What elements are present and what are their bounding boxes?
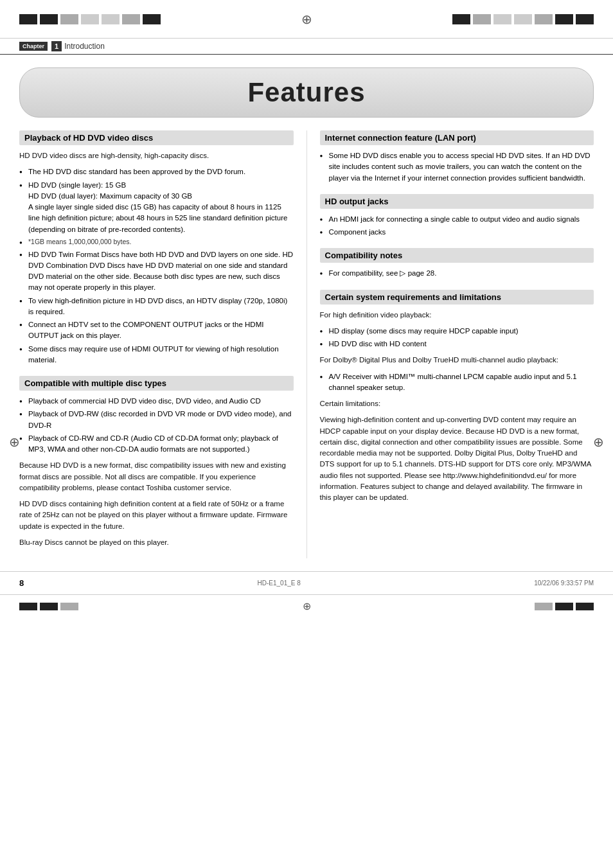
page-number: 8 — [19, 578, 24, 588]
bullet-item: The HD DVD disc standard has been approv… — [19, 166, 294, 177]
section-system-title: Certain system requirements and limitati… — [320, 290, 594, 305]
left-column: Playback of HD DVD video discs HD DVD vi… — [19, 130, 306, 558]
chapter-number: 1 — [51, 41, 62, 51]
bottom-bar: ⊕ — [0, 594, 613, 617]
top-bar-left-decoration — [19, 14, 161, 24]
bar-block-3 — [60, 14, 78, 24]
bottom-bar-block-r2 — [555, 603, 573, 610]
bullet-item: An HDMI jack for connecting a single cab… — [320, 214, 594, 225]
compatible-body1: Because HD DVD is a new format, disc com… — [19, 460, 294, 493]
bullet-item: Playback of DVD-RW (disc recorded in DVD… — [19, 409, 294, 431]
section-hd-output-bullets: An HDMI jack for connecting a single cab… — [320, 214, 594, 238]
bullet-item: HD DVD Twin Format Discs have both HD DV… — [19, 249, 294, 294]
compatible-body2: HD DVD discs containing high definition … — [19, 499, 294, 532]
bullet-item: A/V Receiver with HDMI™ multi-channel LP… — [320, 371, 594, 394]
top-crosshair: ⊕ — [301, 12, 312, 27]
right-column: Internet connection feature (LAN port) S… — [306, 130, 594, 558]
limitations-body: Viewing high-definition content and up-c… — [320, 414, 594, 503]
top-bar-right-decoration — [452, 14, 594, 24]
bullet-item: Connect an HDTV set to the COMPONENT OUT… — [19, 319, 294, 342]
bullet-item: Playback of CD-RW and CD-R (Audio CD of … — [19, 433, 294, 456]
bottom-bar-right — [535, 603, 594, 610]
section-hddvd-intro: HD DVD video discs are high-density, hig… — [19, 150, 294, 161]
bullet-item: Component jacks — [320, 227, 594, 238]
section-internet: Internet connection feature (LAN port) S… — [320, 130, 594, 184]
top-bar: ⊕ — [0, 0, 613, 39]
system-bullets1: HD display (some discs may require HDCP … — [320, 326, 594, 350]
section-internet-title: Internet connection feature (LAN port) — [320, 130, 594, 145]
bullet-item: Some discs may require use of HDMI OUTPU… — [19, 344, 294, 366]
bullet-item: To view high-definition picture in HD DV… — [19, 296, 294, 318]
bullet-item-note: *1GB means 1,000,000,000 bytes. — [19, 237, 294, 247]
section-compatibility-bullets: For compatibility, see ▷ page 28. — [320, 268, 594, 279]
limitations-title: Certain limitations: — [320, 398, 594, 409]
section-hddvd-bullets: The HD DVD disc standard has been approv… — [19, 166, 294, 366]
system-bullets2: A/V Receiver with HDMI™ multi-channel LP… — [320, 371, 594, 394]
bullet-item: HD DVD (single layer): 15 GBHD DVD (dual… — [19, 180, 294, 235]
features-section: Features — [19, 67, 594, 118]
bar-block-r1 — [452, 14, 470, 24]
section-internet-bullets: Some HD DVD discs enable you to access s… — [320, 150, 594, 184]
section-hd-output: HD output jacks An HDMI jack for connect… — [320, 194, 594, 238]
bar-block-r6 — [555, 14, 573, 24]
bar-block-r3 — [493, 14, 511, 24]
system-intro2: For Dolby® Digital Plus and Dolby TrueHD… — [320, 355, 594, 366]
footer-date-info: 10/22/06 9:33:57 PM — [534, 580, 594, 587]
right-crosshair: ⊕ — [593, 434, 604, 450]
bar-block-2 — [40, 14, 58, 24]
section-compatibility-title: Compatibility notes — [320, 248, 594, 263]
bullet-item: For compatibility, see ▷ page 28. — [320, 268, 594, 279]
page-footer: 8 HD-E1_01_E 8 10/22/06 9:33:57 PM — [0, 571, 613, 594]
bar-block-r4 — [514, 14, 532, 24]
bar-block-7 — [143, 14, 161, 24]
bar-block-r2 — [473, 14, 491, 24]
bottom-bar-block-r3 — [576, 603, 594, 610]
section-hddvd-playback: Playback of HD DVD video discs HD DVD vi… — [19, 130, 294, 366]
bullet-item: Playback of commercial HD DVD video disc… — [19, 396, 294, 407]
section-hd-output-title: HD output jacks — [320, 194, 594, 209]
chapter-header: Chapter 1 Introduction — [0, 39, 613, 55]
bar-block-r5 — [535, 14, 553, 24]
bottom-bar-block-2 — [40, 603, 58, 610]
bar-block-r7 — [576, 14, 594, 24]
section-hddvd-title: Playback of HD DVD video discs — [19, 130, 294, 145]
bottom-bar-block-3 — [60, 603, 78, 610]
bar-block-1 — [19, 14, 37, 24]
system-intro1: For high definition video playback: — [320, 310, 594, 321]
bullet-item: HD display (some discs may require HDCP … — [320, 326, 594, 337]
bar-block-5 — [102, 14, 120, 24]
chapter-title: Introduction — [64, 42, 105, 51]
section-compatibility-notes: Compatibility notes For compatibility, s… — [320, 248, 594, 279]
section-compatible-discs: Compatible with multiple disc types Play… — [19, 376, 294, 548]
compatible-body3: Blu-ray Discs cannot be played on this p… — [19, 537, 294, 548]
bar-block-6 — [122, 14, 140, 24]
main-content: Playback of HD DVD video discs HD DVD vi… — [0, 130, 613, 558]
section-compatible-bullets: Playback of commercial HD DVD video disc… — [19, 396, 294, 455]
footer-file-info: HD-E1_01_E 8 — [258, 580, 301, 587]
bottom-bar-block-1 — [19, 603, 37, 610]
bullet-item: HD DVD disc with HD content — [320, 339, 594, 350]
bottom-crosshair: ⊕ — [303, 600, 311, 612]
left-crosshair: ⊕ — [9, 434, 20, 450]
chapter-label: Chapter — [19, 42, 48, 51]
bottom-bar-left — [19, 603, 78, 610]
features-title: Features — [20, 77, 593, 108]
bullet-item: Some HD DVD discs enable you to access s… — [320, 150, 594, 184]
bottom-bar-block-r1 — [535, 603, 553, 610]
section-system-requirements: Certain system requirements and limitati… — [320, 290, 594, 504]
section-compatible-title: Compatible with multiple disc types — [19, 376, 294, 391]
bar-block-4 — [81, 14, 99, 24]
